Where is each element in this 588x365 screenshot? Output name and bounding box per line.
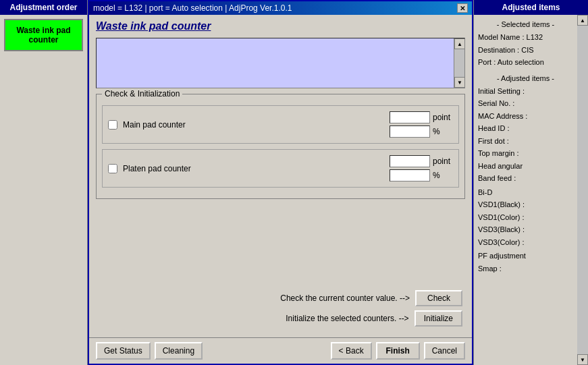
initialize-button[interactable]: Initialize — [415, 310, 462, 327]
log-scrollbar: ▲ ▼ — [454, 38, 464, 88]
action-rows: Check the current counter value. --> Che… — [96, 290, 465, 327]
main-pad-label: Main pad counter — [123, 120, 390, 130]
platen-pad-point-row: point — [390, 155, 453, 167]
platen-pad-checkbox[interactable] — [108, 164, 117, 173]
adjusted-items-list: Initial Setting :Serial No. :MAC Address… — [477, 85, 574, 275]
selected-item: Port : Auto selection — [477, 56, 574, 69]
selected-items-list: Model Name : L132Destination : CISPort :… — [477, 31, 574, 69]
platen-pad-point-field[interactable] — [390, 155, 430, 167]
adjusted-item: Serial No. : — [477, 97, 574, 110]
dialog-content: Waste ink pad counter ▲ ▼ Check & Initia… — [89, 15, 472, 337]
adjusted-item: VSD1(Black) : — [477, 198, 574, 211]
main-pad-percent-row: % — [390, 125, 453, 138]
platen-pad-row: Platen pad counter point % — [102, 149, 459, 188]
cancel-button[interactable]: Cancel — [424, 342, 465, 360]
main-pad-inputs: point % — [390, 111, 453, 138]
adjusted-item: VSD3(Color) : — [477, 236, 574, 249]
dialog-title-text: model = L132 | port = Auto selection | A… — [93, 3, 292, 13]
platen-pad-label: Platen pad counter — [123, 164, 390, 173]
group-legend: Check & Initialization — [102, 89, 182, 99]
adjusted-item: MAC Address : — [477, 110, 574, 123]
check-button[interactable]: Check — [415, 290, 462, 306]
platen-pad-percent-field[interactable] — [390, 169, 430, 181]
get-status-button[interactable]: Get Status — [96, 342, 151, 360]
adjusted-items-header: - Adjusted items - — [477, 74, 574, 82]
right-scroll-track — [577, 26, 588, 354]
right-scroll-up[interactable]: ▲ — [577, 15, 588, 26]
dialog-window: model = L132 | port = Auto selection | A… — [88, 0, 473, 365]
adjusted-item: First dot : — [477, 135, 574, 148]
check-action-row: Check the current counter value. --> Che… — [280, 290, 462, 306]
scroll-track — [454, 49, 464, 77]
finish-button[interactable]: Finish — [376, 342, 420, 360]
log-area: ▲ ▼ — [96, 38, 465, 88]
cleaning-button[interactable]: Cleaning — [155, 342, 203, 360]
adjusted-item: Top margin : — [477, 147, 574, 160]
adjusted-item: Initial Setting : — [477, 85, 574, 98]
platen-pad-percent-row: % — [390, 169, 453, 181]
main-pad-point-row: point — [390, 111, 453, 123]
main-pad-percent-field[interactable] — [390, 125, 430, 138]
check-init-group: Check & Initialization Main pad counter … — [96, 94, 465, 199]
main-area: model = L132 | port = Auto selection | A… — [88, 0, 473, 365]
platen-pad-inputs: point % — [390, 155, 453, 181]
right-panel-content: - Selected items - Model Name : L132Dest… — [474, 15, 577, 365]
adjusted-item: VSD1(Color) : — [477, 211, 574, 224]
platen-pad-percent-unit: % — [433, 171, 453, 180]
adjusted-item: Head ID : — [477, 122, 574, 135]
main-pad-row: Main pad counter point % — [102, 105, 459, 144]
scroll-down-btn[interactable]: ▼ — [454, 77, 465, 88]
sidebar-title: Adjustment order — [0, 0, 87, 15]
selected-item: Model Name : L132 — [477, 31, 574, 44]
init-action-row: Initialize the selected counters. --> In… — [286, 310, 462, 327]
close-button[interactable]: ✕ — [457, 3, 468, 13]
bottom-buttons: Get Status Cleaning < Back Finish Cancel — [89, 337, 472, 364]
dialog-titlebar: model = L132 | port = Auto selection | A… — [89, 1, 472, 15]
right-scroll-down[interactable]: ▼ — [577, 354, 588, 365]
back-button[interactable]: < Back — [331, 342, 372, 360]
main-pad-checkbox[interactable] — [108, 120, 117, 130]
dialog-heading: Waste ink pad counter — [96, 20, 465, 32]
adjusted-item: VSD3(Black) : — [477, 223, 574, 236]
right-panel-scrollbar: ▲ ▼ — [577, 15, 588, 365]
right-panel-inner: - Selected items - Model Name : L132Dest… — [474, 15, 588, 365]
sidebar: Adjustment order Waste ink pad counter — [0, 0, 88, 365]
adjusted-item: Smap : — [477, 262, 574, 275]
sidebar-item-waste-ink[interactable]: Waste ink pad counter — [4, 19, 83, 51]
check-action-label: Check the current counter value. --> — [280, 293, 410, 303]
right-panel: Adjusted items - Selected items - Model … — [473, 0, 588, 365]
main-pad-point-unit: point — [433, 113, 453, 122]
scroll-up-btn[interactable]: ▲ — [454, 38, 465, 49]
selected-items-header: - Selected items - — [477, 20, 574, 28]
adjusted-item: Band feed : — [477, 172, 574, 185]
selected-item: Destination : CIS — [477, 44, 574, 57]
main-pad-point-field[interactable] — [390, 111, 430, 123]
adjusted-item: Bi-D — [477, 186, 574, 199]
init-action-label: Initialize the selected counters. --> — [286, 314, 408, 323]
adjusted-item: Head angular — [477, 160, 574, 173]
platen-pad-point-unit: point — [433, 157, 453, 166]
main-pad-percent-unit: % — [433, 127, 453, 136]
right-panel-title: Adjusted items — [474, 0, 588, 15]
adjusted-item: PF adjustment — [477, 250, 574, 262]
